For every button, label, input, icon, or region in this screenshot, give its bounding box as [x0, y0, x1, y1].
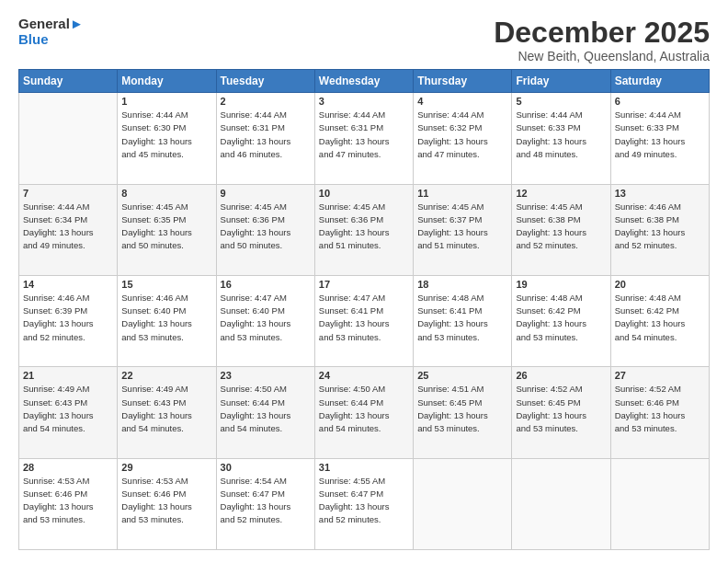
table-row: 27Sunrise: 4:52 AMSunset: 6:46 PMDayligh…: [610, 367, 709, 458]
day-info: Sunrise: 4:55 AMSunset: 6:47 PMDaylight:…: [319, 475, 409, 527]
table-row: 6Sunrise: 4:44 AMSunset: 6:33 PMDaylight…: [610, 93, 709, 184]
table-row: 1Sunrise: 4:44 AMSunset: 6:30 PMDaylight…: [118, 93, 216, 184]
table-row: 19Sunrise: 4:48 AMSunset: 6:42 PMDayligh…: [512, 275, 610, 366]
day-info: Sunrise: 4:45 AMSunset: 6:37 PMDaylight:…: [417, 201, 507, 253]
day-info: Sunrise: 4:45 AMSunset: 6:38 PMDaylight:…: [516, 201, 606, 253]
day-number: 20: [615, 279, 705, 290]
day-info: Sunrise: 4:44 AMSunset: 6:33 PMDaylight:…: [516, 109, 606, 161]
day-number: 10: [319, 188, 409, 199]
day-number: 1: [121, 96, 211, 107]
table-row: 22Sunrise: 4:49 AMSunset: 6:43 PMDayligh…: [118, 367, 216, 458]
col-thursday: Thursday: [414, 70, 512, 93]
table-row: 9Sunrise: 4:45 AMSunset: 6:36 PMDaylight…: [216, 184, 314, 275]
day-number: 28: [23, 462, 113, 473]
day-info: Sunrise: 4:44 AMSunset: 6:31 PMDaylight:…: [221, 109, 311, 161]
day-number: 23: [221, 370, 311, 381]
table-row: 26Sunrise: 4:52 AMSunset: 6:45 PMDayligh…: [512, 367, 610, 458]
table-row: 24Sunrise: 4:50 AMSunset: 6:44 PMDayligh…: [314, 367, 413, 458]
day-info: Sunrise: 4:45 AMSunset: 6:35 PMDaylight:…: [121, 201, 211, 253]
col-friday: Friday: [512, 70, 610, 93]
calendar-header-row: Sunday Monday Tuesday Wednesday Thursday…: [19, 70, 710, 93]
col-tuesday: Tuesday: [216, 70, 314, 93]
day-number: 7: [23, 188, 113, 199]
day-number: 29: [121, 462, 211, 473]
day-number: 3: [319, 96, 409, 107]
day-info: Sunrise: 4:47 AMSunset: 6:41 PMDaylight:…: [319, 292, 409, 344]
table-row: 3Sunrise: 4:44 AMSunset: 6:31 PMDaylight…: [314, 93, 413, 184]
day-number: 13: [615, 188, 705, 199]
day-number: 21: [23, 370, 113, 381]
table-row: 10Sunrise: 4:45 AMSunset: 6:36 PMDayligh…: [314, 184, 413, 275]
day-number: 12: [516, 188, 606, 199]
day-info: Sunrise: 4:47 AMSunset: 6:40 PMDaylight:…: [221, 292, 311, 344]
calendar-week-5: 28Sunrise: 4:53 AMSunset: 6:46 PMDayligh…: [19, 458, 710, 549]
col-wednesday: Wednesday: [314, 70, 413, 93]
day-number: 18: [417, 279, 507, 290]
day-info: Sunrise: 4:54 AMSunset: 6:47 PMDaylight:…: [221, 475, 311, 527]
day-info: Sunrise: 4:46 AMSunset: 6:38 PMDaylight:…: [615, 201, 705, 253]
day-number: 16: [221, 279, 311, 290]
logo: General► Blue: [18, 17, 84, 47]
table-row: 20Sunrise: 4:48 AMSunset: 6:42 PMDayligh…: [610, 275, 709, 366]
calendar-week-4: 21Sunrise: 4:49 AMSunset: 6:43 PMDayligh…: [19, 367, 710, 458]
table-row: 17Sunrise: 4:47 AMSunset: 6:41 PMDayligh…: [314, 275, 413, 366]
location: New Beith, Queensland, Australia: [494, 49, 710, 63]
calendar-table: Sunday Monday Tuesday Wednesday Thursday…: [18, 69, 710, 550]
day-info: Sunrise: 4:48 AMSunset: 6:42 PMDaylight:…: [516, 292, 606, 344]
table-row: 25Sunrise: 4:51 AMSunset: 6:45 PMDayligh…: [414, 367, 512, 458]
day-info: Sunrise: 4:52 AMSunset: 6:46 PMDaylight:…: [615, 383, 705, 435]
day-number: 9: [221, 188, 311, 199]
day-info: Sunrise: 4:48 AMSunset: 6:41 PMDaylight:…: [417, 292, 507, 344]
day-number: 25: [417, 370, 507, 381]
day-info: Sunrise: 4:49 AMSunset: 6:43 PMDaylight:…: [23, 383, 113, 435]
day-info: Sunrise: 4:44 AMSunset: 6:32 PMDaylight:…: [417, 109, 507, 161]
day-number: 17: [319, 279, 409, 290]
day-number: 30: [221, 462, 311, 473]
day-info: Sunrise: 4:50 AMSunset: 6:44 PMDaylight:…: [221, 383, 311, 435]
day-info: Sunrise: 4:44 AMSunset: 6:33 PMDaylight:…: [615, 109, 705, 161]
table-row: 2Sunrise: 4:44 AMSunset: 6:31 PMDaylight…: [216, 93, 314, 184]
table-row: 5Sunrise: 4:44 AMSunset: 6:33 PMDaylight…: [512, 93, 610, 184]
day-number: 22: [121, 370, 211, 381]
table-row: 14Sunrise: 4:46 AMSunset: 6:39 PMDayligh…: [19, 275, 118, 366]
day-number: 27: [615, 370, 705, 381]
day-number: 31: [319, 462, 409, 473]
day-number: 8: [121, 188, 211, 199]
day-number: 26: [516, 370, 606, 381]
table-row: 29Sunrise: 4:53 AMSunset: 6:46 PMDayligh…: [118, 458, 216, 549]
table-row: 21Sunrise: 4:49 AMSunset: 6:43 PMDayligh…: [19, 367, 118, 458]
calendar-week-3: 14Sunrise: 4:46 AMSunset: 6:39 PMDayligh…: [19, 275, 710, 366]
day-info: Sunrise: 4:46 AMSunset: 6:40 PMDaylight:…: [121, 292, 211, 344]
day-info: Sunrise: 4:45 AMSunset: 6:36 PMDaylight:…: [221, 201, 311, 253]
table-row: 18Sunrise: 4:48 AMSunset: 6:41 PMDayligh…: [414, 275, 512, 366]
calendar-week-1: 1Sunrise: 4:44 AMSunset: 6:30 PMDaylight…: [19, 93, 710, 184]
table-row: [512, 458, 610, 549]
table-row: 31Sunrise: 4:55 AMSunset: 6:47 PMDayligh…: [314, 458, 413, 549]
day-number: 5: [516, 96, 606, 107]
header: General► Blue December 2025 New Beith, Q…: [18, 17, 710, 63]
calendar-week-2: 7Sunrise: 4:44 AMSunset: 6:34 PMDaylight…: [19, 184, 710, 275]
col-monday: Monday: [118, 70, 216, 93]
day-number: 11: [417, 188, 507, 199]
page: General► Blue December 2025 New Beith, Q…: [0, 0, 728, 563]
day-number: 24: [319, 370, 409, 381]
day-number: 14: [23, 279, 113, 290]
table-row: 7Sunrise: 4:44 AMSunset: 6:34 PMDaylight…: [19, 184, 118, 275]
table-row: 12Sunrise: 4:45 AMSunset: 6:38 PMDayligh…: [512, 184, 610, 275]
table-row: 8Sunrise: 4:45 AMSunset: 6:35 PMDaylight…: [118, 184, 216, 275]
day-info: Sunrise: 4:51 AMSunset: 6:45 PMDaylight:…: [417, 383, 507, 435]
day-info: Sunrise: 4:49 AMSunset: 6:43 PMDaylight:…: [121, 383, 211, 435]
day-number: 15: [121, 279, 211, 290]
col-saturday: Saturday: [610, 70, 709, 93]
table-row: 13Sunrise: 4:46 AMSunset: 6:38 PMDayligh…: [610, 184, 709, 275]
title-block: December 2025 New Beith, Queensland, Aus…: [494, 17, 710, 63]
day-number: 2: [221, 96, 311, 107]
table-row: 16Sunrise: 4:47 AMSunset: 6:40 PMDayligh…: [216, 275, 314, 366]
table-row: 30Sunrise: 4:54 AMSunset: 6:47 PMDayligh…: [216, 458, 314, 549]
day-info: Sunrise: 4:53 AMSunset: 6:46 PMDaylight:…: [121, 475, 211, 527]
day-info: Sunrise: 4:50 AMSunset: 6:44 PMDaylight:…: [319, 383, 409, 435]
table-row: 4Sunrise: 4:44 AMSunset: 6:32 PMDaylight…: [414, 93, 512, 184]
month-title: December 2025: [494, 17, 710, 49]
table-row: 15Sunrise: 4:46 AMSunset: 6:40 PMDayligh…: [118, 275, 216, 366]
table-row: [610, 458, 709, 549]
